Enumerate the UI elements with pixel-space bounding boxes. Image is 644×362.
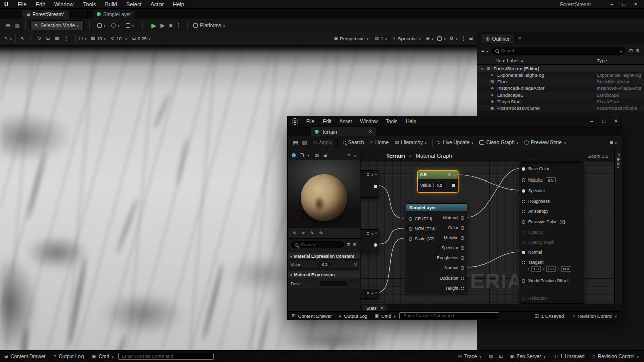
result-pin-row[interactable]: Opacity Mask [522,239,554,246]
unsaved-indicator[interactable]: ◫ 1 Unsaved [553,354,584,359]
result-pin-row[interactable]: Roughness [522,198,550,205]
platforms-dropdown[interactable]: Platforms [193,23,225,28]
edit-instance-icon[interactable] [319,231,324,236]
result-pin-row[interactable]: Anisotropy [522,208,548,215]
new-folder-icon[interactable] [629,49,633,53]
node-pin[interactable] [367,173,369,176]
output-pin[interactable] [461,266,464,270]
output-pin[interactable] [461,256,464,260]
scale-snap-dropdown[interactable]: 0.25 [132,36,151,41]
column-item-label[interactable]: Item Label [496,58,518,63]
revision-control-dropdown[interactable]: Revision Control [572,313,617,319]
output-pin-row[interactable]: Specular [437,243,464,253]
back-icon[interactable] [364,153,370,159]
search-button[interactable]: Search [343,140,364,145]
edit-defaults-icon[interactable] [310,231,314,236]
output-pin-row[interactable]: Normal [437,263,464,273]
input-pin[interactable] [522,251,525,254]
output-pin[interactable] [461,246,464,250]
tab-simplelayer[interactable]: SimpleLayer [93,10,135,19]
input-pin[interactable] [522,210,525,213]
selection-mode-dropdown[interactable]: Selection Mode [30,20,84,30]
material-editor-titlebar[interactable]: U FileEditAssetWindowToolsHelp [288,116,622,126]
output-pin[interactable] [461,236,464,240]
clipped-texture-node[interactable] [360,170,379,198]
column-type-label[interactable]: Type [597,58,607,63]
section-header[interactable]: Material Expression Constant [288,253,360,260]
details-display-icon[interactable] [346,243,350,247]
minimize-button[interactable] [586,119,598,124]
viewbar-kebab-icon[interactable] [460,36,466,41]
result-pin-row[interactable]: World Position Offset [522,277,569,284]
outliner-settings-icon[interactable] [636,49,640,53]
viewport-settings-dropdown[interactable] [450,36,458,41]
close-button[interactable] [610,119,622,124]
result-pin-row[interactable]: Normal [522,249,542,256]
tab-stats[interactable]: Stats [362,305,387,311]
material-result-node[interactable]: Base Color Metallic 0.0 Specular Roughne… [519,162,584,304]
menu-item[interactable]: Tools [382,119,401,124]
tools-kebab-icon[interactable] [64,36,69,41]
result-pin-row[interactable]: Tangent [522,259,543,266]
breadcrumb-current[interactable]: Material Graph [416,153,452,159]
expand-icon[interactable] [375,173,377,176]
cube-shape-icon[interactable] [300,153,304,157]
output-pin[interactable] [461,287,464,290]
save-icon[interactable] [5,23,10,28]
input-pin[interactable] [522,189,525,193]
outliner-row[interactable]: ▲ Landscape1 Landscape [477,92,644,98]
cmd-dropdown[interactable]: Cmd [374,313,395,319]
cinematics-dropdown[interactable] [123,23,137,28]
clean-graph-dropdown[interactable]: Clean Graph [479,140,518,145]
y-field[interactable]: 0.0 [546,266,556,272]
close-button[interactable] [630,2,642,7]
outliner-row[interactable]: ♣ InstancedFoliageActor InstancedFoliage… [477,85,644,92]
forward-icon[interactable] [374,153,379,159]
home-button[interactable]: Home [370,140,388,145]
clipped-texture-node[interactable] [360,229,379,252]
insights-icon[interactable] [489,354,493,359]
output-log-button[interactable]: Output Log [339,313,367,319]
expand-icon[interactable] [375,232,377,235]
tab-outliner[interactable]: Outliner [481,34,514,43]
menu-item[interactable]: Window [50,1,78,7]
constant-node[interactable]: 0.5 Value 0.5 [417,170,458,193]
input-pin[interactable] [522,279,525,283]
unreal-logo[interactable]: U [4,1,8,7]
input-pin[interactable] [409,237,412,241]
clipped-texture-node[interactable] [360,289,379,299]
collapse-icon[interactable] [371,231,373,236]
maximize-button[interactable] [598,119,610,124]
input-pin[interactable] [522,200,525,203]
details-search[interactable] [291,241,344,248]
angle-snap-dropdown[interactable]: 10° [111,36,127,41]
result-pin-row[interactable]: Metallic 0.0 [522,176,556,184]
content-browser-icon[interactable] [14,23,19,28]
frame-skip-button[interactable] [160,23,165,28]
cylinder-shape-icon[interactable] [308,153,310,158]
select-tool-icon[interactable] [21,36,25,41]
input-pin[interactable] [522,178,525,182]
menu-item[interactable]: Asset [335,119,356,124]
collapse-icon[interactable] [371,290,373,296]
view-mode-dropdown[interactable]: Specular [393,36,421,41]
search-input[interactable] [301,242,340,247]
desc-field[interactable] [318,281,349,286]
trace-dropdown[interactable]: Trace [458,354,481,359]
live-update-dropdown[interactable]: Live Update [437,140,473,145]
details-settings-icon[interactable] [353,243,357,247]
menu-item[interactable]: Actor [146,1,169,7]
preview-options-icon[interactable] [347,153,350,158]
tab-level[interactable]: ForestStream* [22,10,69,19]
toolbar-overflow-dropdown[interactable] [610,140,617,145]
output-pin-row[interactable]: Material [437,213,464,223]
play-options-icon[interactable] [175,23,181,28]
node-pin[interactable] [367,232,369,235]
minimize-button[interactable] [606,2,618,7]
output-pin-row[interactable]: Roughness [437,253,464,263]
value-field[interactable]: 0.5 [318,262,331,267]
header-pin[interactable] [448,173,451,176]
outliner-row[interactable]: ◈ PlayerStart PlayerStart [477,98,644,105]
plane-shape-icon[interactable] [314,153,319,158]
x-field[interactable]: 1.0 [531,266,541,272]
